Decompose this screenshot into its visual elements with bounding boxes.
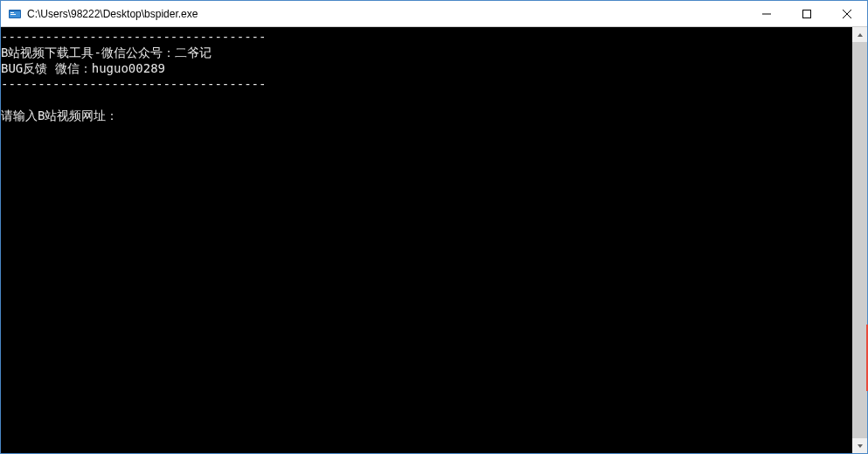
console-output[interactable]: ------------------------------------ B站视… [1,27,852,453]
scroll-track[interactable] [852,42,867,438]
console-line: B站视频下载工具-微信公众号：二爷记 [1,45,212,59]
close-button[interactable] [827,1,867,26]
vertical-scrollbar[interactable] [852,27,867,453]
app-window: C:\Users\98222\Desktop\bspider.exe -----… [0,0,868,454]
svg-rect-2 [10,12,14,13]
console-line: BUG反馈 微信：huguo00289 [1,61,165,75]
window-controls [746,1,867,26]
maximize-button[interactable] [787,1,827,26]
scroll-down-button[interactable] [852,438,867,453]
svg-marker-8 [858,33,863,37]
console-line: ------------------------------------ [1,77,266,91]
console-line: 请输入B站视频网址： [1,108,118,122]
scroll-up-button[interactable] [852,27,867,42]
titlebar[interactable]: C:\Users\98222\Desktop\bspider.exe [1,1,867,27]
svg-rect-5 [803,10,811,17]
svg-rect-3 [10,14,16,15]
console-line: ------------------------------------ [1,30,266,44]
app-icon [8,7,22,21]
svg-marker-9 [858,444,863,448]
scroll-thumb[interactable] [852,42,867,438]
window-title: C:\Users\98222\Desktop\bspider.exe [27,8,746,20]
console-area: ------------------------------------ B站视… [1,27,867,453]
minimize-button[interactable] [746,1,787,26]
